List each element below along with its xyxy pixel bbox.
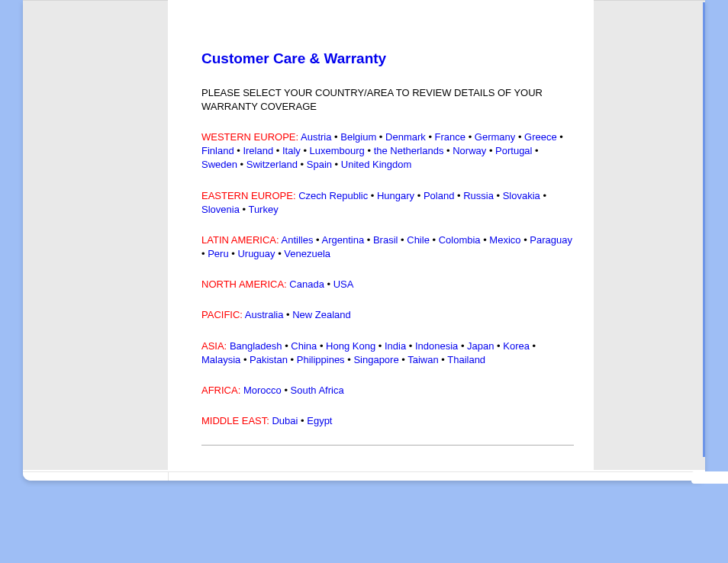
separator: • xyxy=(313,234,321,246)
separator: • xyxy=(443,145,453,156)
country-link[interactable]: Chile xyxy=(407,234,430,246)
main-content: Customer Care & Warranty PLEASE SELECT Y… xyxy=(168,0,594,446)
country-link[interactable]: Russia xyxy=(463,190,494,201)
country-link[interactable]: the Netherlands xyxy=(374,145,444,156)
country-link[interactable]: Austria xyxy=(301,131,331,143)
separator: • xyxy=(454,190,463,201)
separator: • xyxy=(317,340,326,352)
page-footer-strip xyxy=(23,471,705,481)
country-link[interactable]: Paraguay xyxy=(530,234,572,246)
country-link[interactable]: Australia xyxy=(245,309,284,320)
separator: • xyxy=(458,340,467,352)
country-link[interactable]: Turkey xyxy=(248,204,278,215)
separator: • xyxy=(324,278,333,290)
country-link[interactable]: Antilles xyxy=(282,234,314,246)
country-link[interactable]: Uruguay xyxy=(237,248,275,259)
country-link[interactable]: Slovakia xyxy=(503,190,540,201)
right-sidebar xyxy=(594,0,705,470)
country-link[interactable]: Greece xyxy=(524,131,557,143)
page-title: Customer Care & Warranty xyxy=(201,49,574,69)
country-link[interactable]: Luxembourg xyxy=(310,145,365,156)
region-block: LATIN AMERICA: Antilles • Argentina • Br… xyxy=(201,233,574,261)
horizontal-rule xyxy=(201,445,574,446)
separator: • xyxy=(298,159,307,170)
separator: • xyxy=(282,384,291,396)
separator: • xyxy=(234,145,243,156)
country-link[interactable]: Switzerland xyxy=(246,159,298,170)
region-label: WESTERN EUROPE: xyxy=(201,131,298,143)
country-link[interactable]: Ireland xyxy=(243,145,273,156)
country-link[interactable]: Thailand xyxy=(447,354,485,365)
separator: • xyxy=(283,309,292,320)
country-link[interactable]: New Zealand xyxy=(292,309,351,320)
region-label: NORTH AMERICA: xyxy=(201,278,287,290)
country-link[interactable]: Morocco xyxy=(243,384,282,396)
separator: • xyxy=(240,204,249,215)
country-link[interactable]: Japan xyxy=(467,340,494,352)
separator: • xyxy=(237,159,246,170)
separator: • xyxy=(275,248,285,259)
separator: • xyxy=(486,145,495,156)
separator: • xyxy=(345,354,354,365)
country-link[interactable]: Malaysia xyxy=(201,354,240,365)
country-link[interactable]: Sweden xyxy=(201,159,237,170)
country-link[interactable]: Spain xyxy=(307,159,332,170)
separator: • xyxy=(332,159,341,170)
country-link[interactable]: Hungary xyxy=(377,190,414,201)
country-link[interactable]: Egypt xyxy=(307,415,332,426)
country-link[interactable]: Mexico xyxy=(489,234,520,246)
country-link[interactable]: Finland xyxy=(201,145,234,156)
country-link[interactable]: Czech Republic xyxy=(298,190,368,201)
country-link[interactable]: Peru xyxy=(208,248,228,259)
intro-text: PLEASE SELECT YOUR COUNTRY/AREA TO REVIE… xyxy=(201,86,574,114)
country-link[interactable]: China xyxy=(291,340,317,352)
country-link[interactable]: Belgium xyxy=(340,131,376,143)
separator: • xyxy=(521,234,530,246)
country-link[interactable]: Italy xyxy=(282,145,301,156)
country-link[interactable]: Philippines xyxy=(297,354,345,365)
country-link[interactable]: Pakistan xyxy=(250,354,288,365)
separator: • xyxy=(301,145,310,156)
separator: • xyxy=(282,340,292,352)
separator: • xyxy=(515,131,524,143)
country-link[interactable]: Argentina xyxy=(322,234,365,246)
region-block: PACIFIC: Australia • New Zealand xyxy=(201,308,574,322)
country-link[interactable]: Bangladesh xyxy=(230,340,282,352)
country-link[interactable]: Dubai xyxy=(272,415,298,426)
country-link[interactable]: Indonesia xyxy=(415,340,458,352)
country-link[interactable]: Colombia xyxy=(439,234,481,246)
region-list: WESTERN EUROPE: Austria • Belgium • Denm… xyxy=(201,130,574,428)
country-link[interactable]: Taiwan xyxy=(407,354,438,365)
country-link[interactable]: India xyxy=(385,340,406,352)
country-link[interactable]: Germany xyxy=(475,131,515,143)
country-link[interactable]: Korea xyxy=(503,340,530,352)
region-block: NORTH AMERICA: Canada • USA xyxy=(201,278,574,291)
separator: • xyxy=(288,354,297,365)
separator: • xyxy=(426,131,435,143)
country-link[interactable]: Canada xyxy=(289,278,324,290)
separator: • xyxy=(430,234,439,246)
country-link[interactable]: Singapore xyxy=(353,354,398,365)
region-label: PACIFIC: xyxy=(201,309,243,320)
country-link[interactable]: Portugal xyxy=(495,145,532,156)
country-link[interactable]: South Africa xyxy=(291,384,344,396)
separator: • xyxy=(229,248,238,259)
separator: • xyxy=(439,354,448,365)
country-link[interactable]: Slovenia xyxy=(201,204,240,215)
country-link[interactable]: Brasil xyxy=(373,234,398,246)
region-label: ASIA: xyxy=(201,340,227,352)
region-label: MIDDLE EAST: xyxy=(201,415,269,426)
region-block: EASTERN EUROPE: Czech Republic • Hungary… xyxy=(201,189,574,217)
country-link[interactable]: United Kingdom xyxy=(341,159,412,170)
country-link[interactable]: Venezuela xyxy=(284,248,330,259)
country-link[interactable]: Poland xyxy=(424,190,454,201)
country-link[interactable]: USA xyxy=(333,278,354,290)
separator: • xyxy=(557,131,563,143)
separator: • xyxy=(398,234,407,246)
country-link[interactable]: France xyxy=(435,131,465,143)
scrollbar-track[interactable] xyxy=(703,2,705,457)
separator: • xyxy=(364,234,373,246)
country-link[interactable]: Denmark xyxy=(385,131,426,143)
country-link[interactable]: Norway xyxy=(453,145,486,156)
country-link[interactable]: Hong Kong xyxy=(326,340,375,352)
